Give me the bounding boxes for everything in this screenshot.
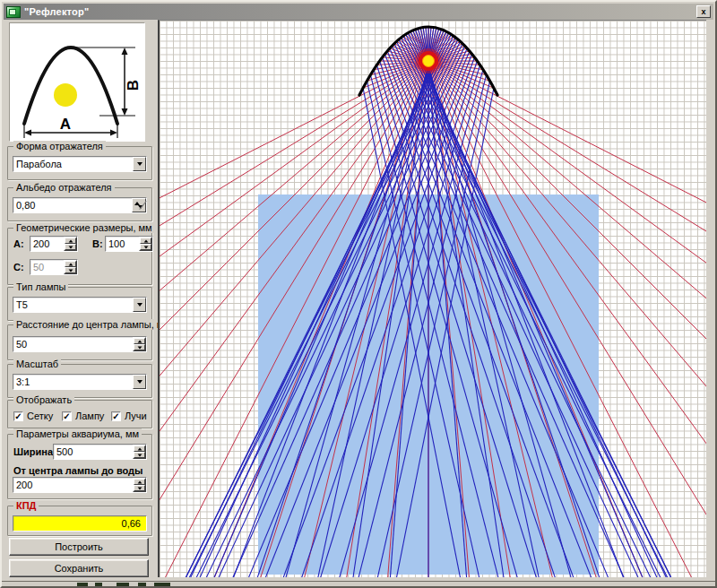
width-spinedit[interactable]: 500 (53, 444, 147, 460)
checkbox-grid-label: Сетку (27, 411, 53, 421)
lamp-type-value[interactable]: T5 (13, 297, 147, 313)
albedo-spinedit[interactable]: 0,80 (13, 197, 147, 213)
scale-combobox[interactable]: 3:1 (13, 374, 147, 390)
group-aquarium-caption: Параметры аквариума, мм (13, 428, 142, 439)
window-title: "Рефлектор" (24, 6, 89, 17)
checkbox-lamp-label: Лампу (75, 411, 104, 421)
taskbar-sliver (2, 581, 715, 586)
group-shape-caption: Форма отражателя (13, 141, 106, 151)
c-spinedit[interactable]: 50 (30, 259, 78, 275)
distance-spinedit[interactable]: 50 (13, 336, 147, 352)
group-albedo-caption: Альбедо отражателя (13, 182, 115, 193)
title-bar[interactable]: "Рефлектор" x (4, 4, 713, 20)
preview-label-a: A (60, 116, 71, 133)
checkbox-rays-mark[interactable]: ✓ (111, 411, 121, 421)
group-aquarium: Параметры аквариума, мм Ширина 500 От це… (7, 434, 152, 499)
build-button[interactable]: Построить (9, 538, 149, 556)
distance-value[interactable]: 50 (13, 336, 147, 352)
checkbox-lamp-mark[interactable]: ✓ (62, 411, 72, 421)
group-efficiency-caption: КПД (13, 500, 39, 511)
water-distance-label: От центра лампы до воды (13, 465, 143, 476)
spin-down-icon[interactable] (65, 267, 76, 273)
checkbox-grid-mark[interactable]: ✓ (13, 411, 23, 421)
group-lamp-type: Тип лампы T5 (7, 287, 152, 321)
efficiency-value: 0,66 (13, 515, 147, 532)
group-geometry: Геометрические размеры, мм A: 200 B: 100… (7, 228, 152, 285)
c-label: C: (13, 262, 24, 272)
app-window: "Рефлектор" x B A (0, 0, 717, 588)
taskbar-mark (117, 583, 129, 586)
checkbox-grid[interactable]: ✓ Сетку (13, 411, 53, 421)
lamp-type-combobox[interactable]: T5 (13, 297, 147, 313)
group-distance-caption: Расстояние до центра лампы, мм (13, 319, 173, 330)
lamp-type-dropdown-icon[interactable] (133, 298, 146, 312)
spin-down-icon[interactable] (134, 344, 145, 350)
spin-down-icon[interactable] (134, 485, 145, 491)
shape-value[interactable]: Парабола (13, 156, 147, 172)
albedo-spin-button[interactable] (132, 198, 146, 212)
checkbox-lamp[interactable]: ✓ Лампу (62, 411, 104, 421)
preview-label-b: B (125, 80, 142, 91)
ray-diagram (160, 21, 706, 577)
water-distance-spinner[interactable] (133, 478, 146, 492)
group-scale-caption: Масштаб (13, 359, 61, 369)
checkbox-rays-label: Лучи (125, 411, 147, 421)
taskbar-mark (95, 583, 102, 586)
preview-lamp-icon (54, 83, 77, 107)
taskbar-mark (77, 583, 88, 586)
spin-down-icon[interactable] (138, 205, 143, 209)
taskbar-mark (138, 583, 146, 586)
group-scale: Масштаб 3:1 (7, 364, 152, 398)
b-label: B: (92, 238, 103, 249)
c-spinner[interactable] (64, 260, 77, 274)
width-label: Ширина (13, 446, 53, 457)
save-button[interactable]: Сохранить (9, 559, 149, 577)
spin-down-icon[interactable] (140, 244, 151, 250)
a-spinner[interactable] (64, 237, 77, 251)
albedo-value[interactable]: 0,80 (13, 197, 147, 213)
a-label: A: (13, 238, 24, 249)
group-geometry-caption: Геометрические размеры, мм (13, 222, 155, 233)
a-spinedit[interactable]: 200 (30, 236, 78, 252)
water-distance-spinedit[interactable]: 200 (13, 477, 147, 493)
app-icon (6, 6, 21, 18)
group-distance: Расстояние до центра лампы, мм 50 (7, 324, 152, 360)
group-shape: Форма отражателя Парабола (7, 146, 152, 180)
water-distance-value[interactable]: 200 (13, 477, 147, 493)
taskbar-mark (154, 583, 170, 586)
group-display: Отображать ✓ Сетку ✓ Лампу ✓ Лучи (7, 400, 152, 428)
scale-dropdown-icon[interactable] (133, 375, 146, 389)
spin-up-icon[interactable] (65, 261, 76, 267)
group-efficiency: КПД 0,66 (7, 506, 152, 536)
scale-value[interactable]: 3:1 (13, 374, 147, 390)
group-albedo: Альбедо отражателя 0,80 (7, 187, 152, 221)
spin-down-icon[interactable] (65, 244, 76, 250)
checkbox-rays[interactable]: ✓ Лучи (111, 411, 147, 421)
shape-combobox[interactable]: Парабола (13, 156, 147, 172)
control-panel: B A Форма отражателя Парабола Альбедо от… (4, 20, 156, 579)
ray-trace-canvas (158, 20, 706, 577)
spin-up-icon[interactable] (65, 238, 76, 244)
spin-up-icon[interactable] (134, 338, 145, 344)
reflector-scheme-preview: B A (9, 22, 145, 142)
group-lamp-type-caption: Тип лампы (13, 281, 68, 292)
spin-up-icon[interactable] (140, 238, 151, 244)
b-spinedit[interactable]: 100 (105, 236, 153, 252)
close-button[interactable]: x (696, 5, 711, 18)
group-display-caption: Отображать (13, 394, 74, 405)
b-spinner[interactable] (139, 237, 152, 251)
shape-dropdown-icon[interactable] (133, 157, 146, 171)
spin-down-icon[interactable] (134, 452, 145, 458)
distance-spinner[interactable] (133, 337, 146, 351)
width-spinner[interactable] (133, 445, 146, 459)
spin-up-icon[interactable] (134, 479, 145, 485)
spin-up-icon[interactable] (134, 445, 145, 452)
